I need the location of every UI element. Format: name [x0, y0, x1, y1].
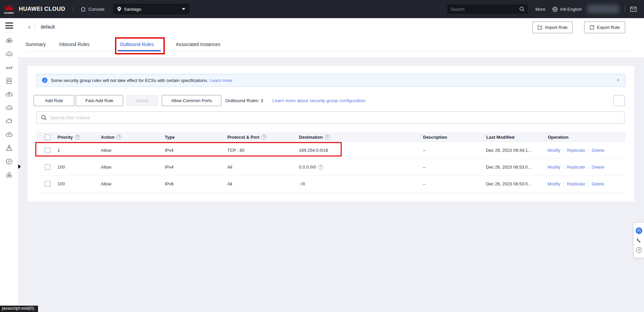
- language-label: Intl-English: [560, 7, 582, 12]
- tab-outbound-rules[interactable]: Outbound Rules: [120, 42, 154, 47]
- global-search-input[interactable]: [451, 7, 519, 12]
- table-row: 100 Allow IPv4 All 0.0.0.0/0? -- Dec 26,…: [36, 159, 626, 176]
- type-value: IPv4: [162, 165, 225, 170]
- export-rule-button[interactable]: Export Rule: [584, 21, 625, 33]
- nav-divider: [73, 6, 73, 12]
- page-header: ‹ default Import Rule Export Rule Summar…: [18, 18, 644, 57]
- tab-associated-instances[interactable]: Associated Instances: [176, 42, 220, 47]
- messages-button[interactable]: [630, 7, 637, 12]
- left-sidebar: IP: [0, 18, 18, 312]
- destination-value: 0.0.0.0/0: [299, 165, 316, 170]
- table-settings-button[interactable]: [613, 95, 624, 106]
- vpc-cluster-icon[interactable]: [5, 171, 13, 179]
- auto-scaling-icon[interactable]: [5, 63, 13, 72]
- delete-link[interactable]: Delete: [592, 165, 604, 170]
- dedicated-host-icon[interactable]: [5, 144, 13, 152]
- console-nav-item[interactable]: Console: [80, 6, 105, 12]
- help-icon[interactable]: ?: [318, 165, 323, 170]
- browser-status-bar: javascript:void(0);: [0, 306, 38, 312]
- table-row: 100 Allow IPv6 All ::/0 -- Dec 26, 2023 …: [36, 176, 626, 192]
- tab-baseline: [26, 51, 634, 51]
- region-selector[interactable]: Santiago: [113, 4, 189, 14]
- tab-inbound-rules[interactable]: Inbound Rules: [59, 42, 89, 47]
- filter-input[interactable]: [50, 115, 620, 120]
- cloud-transfer-icon[interactable]: [5, 130, 13, 139]
- sidebar-expand-arrow[interactable]: [18, 164, 21, 169]
- close-icon[interactable]: ×: [616, 78, 620, 83]
- tab-bar: Summary Inbound Rules Outbound Rules Ass…: [18, 40, 644, 52]
- phone-support-button[interactable]: [636, 238, 642, 243]
- operation-divider: |: [588, 165, 589, 170]
- modify-link[interactable]: Modify: [547, 165, 560, 170]
- fast-add-rule-button[interactable]: Fast-Add Rule: [76, 95, 123, 106]
- eip-icon[interactable]: IP: [5, 157, 13, 166]
- allow-common-ports-button[interactable]: Allow Common Ports: [162, 95, 221, 106]
- last-modified-value: Dec 26, 2023 08:53:0...: [484, 165, 545, 170]
- col-priority: Priority: [58, 135, 73, 140]
- delete-button-disabled[interactable]: Delete: [126, 95, 158, 106]
- modify-link[interactable]: Modify: [547, 181, 560, 186]
- globe-icon: [552, 6, 558, 12]
- image-document-icon[interactable]: [5, 77, 13, 85]
- row-checkbox[interactable]: [45, 147, 50, 153]
- add-rule-button[interactable]: Add Rule: [34, 95, 74, 106]
- home-icon: [80, 6, 86, 12]
- cloud-upload-icon[interactable]: [5, 90, 13, 99]
- info-banner: i Some security group rules will not tak…: [36, 74, 626, 87]
- replicate-link[interactable]: Replicate: [567, 181, 585, 186]
- replicate-link[interactable]: Replicate: [567, 148, 585, 153]
- import-rule-button[interactable]: Import Rule: [532, 21, 573, 33]
- phone-icon: [636, 238, 642, 243]
- protocol-port-value: All: [225, 181, 297, 186]
- sidebar-divider: [3, 33, 15, 33]
- language-selector[interactable]: Intl-English: [552, 6, 582, 12]
- search-icon: [41, 115, 47, 121]
- row-checkbox[interactable]: [45, 164, 50, 170]
- cloud-icon[interactable]: [5, 117, 13, 126]
- brand-title: HUAWEI CLOUD: [19, 6, 65, 12]
- row-checkbox[interactable]: [45, 181, 50, 187]
- huawei-logo[interactable]: HUAWEI: [4, 4, 14, 14]
- active-tab-underline: [118, 50, 161, 51]
- cloud-container-icon[interactable]: [5, 50, 13, 58]
- customer-service-button[interactable]: [636, 227, 642, 234]
- delete-link[interactable]: Delete: [592, 148, 604, 153]
- modify-link[interactable]: Modify: [547, 148, 560, 153]
- help-icon[interactable]: ?: [116, 135, 121, 140]
- global-search[interactable]: [447, 4, 528, 14]
- back-button[interactable]: ‹: [28, 24, 30, 30]
- cloud-server-icon[interactable]: [5, 36, 13, 45]
- help-icon[interactable]: ?: [261, 135, 266, 140]
- account-name-redacted[interactable]: [587, 5, 619, 13]
- help-icon[interactable]: ?: [75, 135, 80, 140]
- help-icon[interactable]: ?: [325, 135, 330, 140]
- more-menu[interactable]: More: [535, 7, 545, 12]
- delete-link[interactable]: Delete: [592, 181, 604, 186]
- protocol-port-value: TCP : 80: [225, 148, 297, 153]
- export-rule-label: Export Rule: [597, 25, 620, 30]
- banner-text: Some security group rules will not take …: [51, 78, 208, 83]
- cloud-dots-icon[interactable]: [5, 103, 13, 112]
- operation-divider: |: [563, 165, 564, 170]
- help-button[interactable]: ?: [636, 247, 642, 253]
- description-value: --: [420, 148, 484, 153]
- filter-bar[interactable]: [36, 112, 624, 124]
- select-all-checkbox[interactable]: [45, 134, 50, 140]
- page-title: default: [41, 24, 55, 30]
- replicate-link[interactable]: Replicate: [567, 165, 585, 170]
- destination-value: 169.254.0.0/16: [297, 148, 420, 153]
- svg-text:IP: IP: [8, 160, 10, 163]
- outbound-rules-count: Outbound Rules: 3: [225, 98, 263, 103]
- destination-value: ::/0: [297, 181, 420, 186]
- type-value: IPv6: [162, 181, 225, 186]
- action-value: Allow: [99, 165, 162, 170]
- banner-learn-more-link[interactable]: Learn more: [210, 78, 232, 83]
- envelope-icon: [630, 7, 637, 12]
- export-icon: [590, 25, 595, 30]
- security-group-config-link[interactable]: Learn more about security group configur…: [272, 98, 367, 103]
- hamburger-menu-icon[interactable]: [5, 23, 13, 29]
- description-value: --: [420, 181, 484, 186]
- tab-summary[interactable]: Summary: [26, 42, 46, 47]
- search-icon[interactable]: [519, 6, 525, 12]
- floating-help-widget: ?: [634, 223, 644, 258]
